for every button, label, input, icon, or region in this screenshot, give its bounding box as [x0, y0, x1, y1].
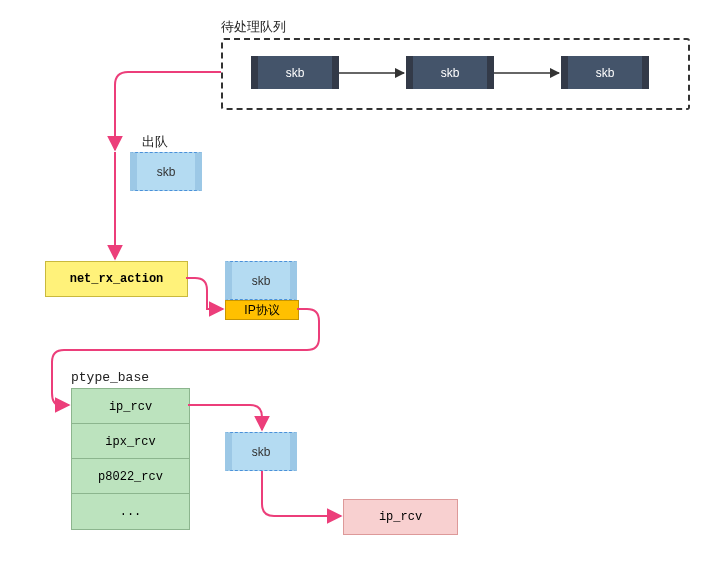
queue-title: 待处理队列 [221, 18, 286, 36]
ip-protocol-label: IP协议 [225, 300, 299, 320]
ptype-row-p8022-rcv: p8022_rcv [71, 458, 190, 495]
proto-skb: skb [225, 261, 297, 300]
ptype-base-title: ptype_base [71, 370, 149, 385]
ip-rcv-target: ip_rcv [343, 499, 458, 535]
queue-skb-3: skb [561, 56, 649, 89]
queue-skb-2: skb [406, 56, 494, 89]
dequeue-skb: skb [130, 152, 202, 191]
ptype-row-ip-rcv: ip_rcv [71, 388, 190, 425]
flow-skb: skb [225, 432, 297, 471]
ptype-row-ipx-rcv: ipx_rcv [71, 423, 190, 460]
net-rx-action: net_rx_action [45, 261, 188, 297]
dequeue-label: 出队 [142, 133, 168, 151]
queue-skb-1: skb [251, 56, 339, 89]
ptype-row-more: ... [71, 493, 190, 530]
